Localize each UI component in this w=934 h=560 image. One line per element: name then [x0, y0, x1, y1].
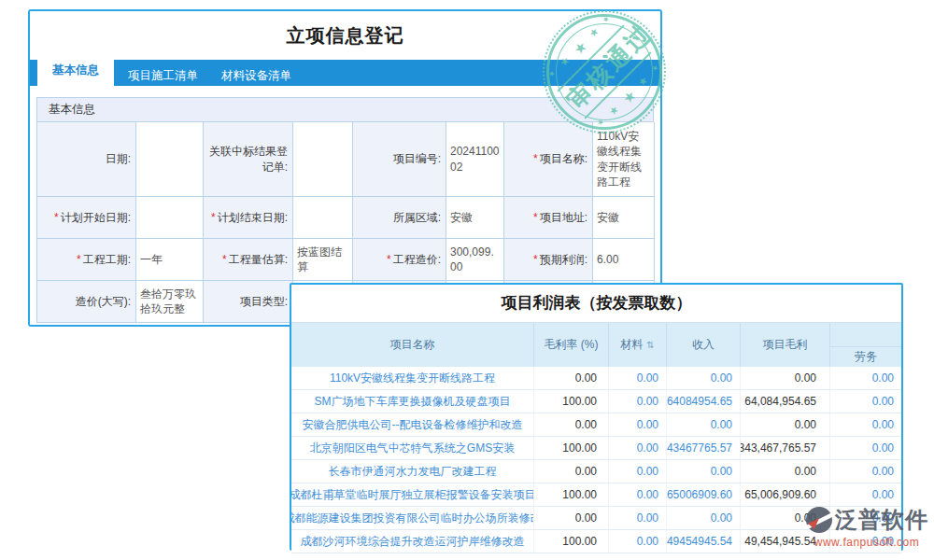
field-label-text: 工程量估算: [229, 252, 288, 267]
field-label: *预期利润: [504, 239, 593, 281]
field-label-text: 造价(大写): [76, 294, 131, 309]
cell-project-name[interactable]: 安徽合肥供电公司--配电设备检修维护和改造 [291, 413, 534, 436]
page: 立项信息登记 基本信息 项目施工清单 材料设备清单 基本信息 日期:关联中标结果… [0, 0, 934, 560]
field-label-text: 工程造价: [393, 252, 441, 267]
cell-income[interactable]: 64084954.65 [667, 390, 741, 413]
table-row: 成都杜甫草堂临时展厅独立展柜报警设备安装项目100.000.0065006909… [291, 483, 901, 507]
cell-project-name[interactable]: SM广场地下车库更换摄像机及硬盘项目 [291, 390, 534, 413]
field-value[interactable]: 叁拾万零玖拾玖元整 [136, 281, 204, 323]
table-row: SM广场地下车库更换摄像机及硬盘项目100.000.0064084954.656… [291, 390, 901, 413]
required-asterisk: * [533, 252, 538, 267]
field-value[interactable] [136, 197, 204, 239]
column-header-empty [830, 323, 901, 347]
cell-project-name[interactable]: 成都沙河环境综合提升改造运河护岸维修改造 [291, 530, 534, 553]
cell-material[interactable]: 0.00 [609, 413, 667, 436]
field-label: *计划开始日期: [37, 197, 136, 239]
column-header-income: 收入 [667, 323, 741, 367]
field-label-text: 关联中标结果登记单: [205, 144, 288, 174]
fanpu-logo-icon [805, 506, 833, 534]
table-row: 长春市伊通河水力发电厂改建工程0.000.000.000.000.00 [291, 460, 901, 483]
field-value[interactable]: 110kV安徽线程集变开断线路工程 [593, 122, 655, 197]
field-value-text: 2024110002 [450, 144, 500, 174]
cell-gross-margin: 0.00 [534, 507, 609, 529]
table-row: 安徽合肥供电公司--配电设备检修维护和改造0.000.000.000.000.0… [291, 413, 901, 437]
field-label: *工程造价: [353, 239, 446, 281]
field-value[interactable] [293, 197, 353, 239]
cell-project-profit: 343,467,765.57 [741, 437, 830, 459]
column-header-material[interactable]: 材料 ⇅ [609, 323, 667, 367]
field-value[interactable]: 安徽 [446, 197, 504, 239]
field-label-text: 工程工期: [83, 252, 131, 267]
cell-material[interactable]: 0.00 [609, 460, 667, 483]
cell-project-profit: 0.00 [741, 413, 830, 436]
field-value-text: 110kV安徽线程集变开断线路工程 [597, 129, 650, 189]
required-asterisk: * [387, 252, 391, 267]
cell-material[interactable]: 0.00 [609, 507, 667, 529]
tab-basic-info[interactable]: 基本信息 [37, 54, 114, 86]
tab-construction-list[interactable]: 项目施工清单 [128, 65, 198, 86]
field-label-text: 项目地址: [540, 210, 587, 225]
field-label: 造价(大写): [37, 281, 136, 323]
cell-labor[interactable]: 0.00 [830, 460, 901, 483]
cell-labor[interactable]: 0.00 [830, 413, 901, 436]
field-label-text: 预期利润: [540, 252, 587, 267]
field-label: 日期: [37, 122, 136, 197]
field-value[interactable]: 安徽 [593, 197, 655, 239]
field-value[interactable]: 按蓝图结算 [293, 239, 353, 281]
field-value[interactable] [293, 122, 353, 197]
field-label: *项目名称: [504, 122, 593, 197]
cell-labor[interactable]: 0.00 [830, 390, 901, 413]
field-value-text: 按蓝图结算 [297, 245, 348, 274]
required-asterisk: * [222, 252, 227, 267]
cell-income[interactable]: 0.00 [667, 507, 741, 529]
field-value-text: 安徽 [597, 210, 619, 225]
cell-material[interactable]: 0.00 [609, 483, 667, 506]
required-asterisk: * [211, 210, 216, 225]
field-label: 项目编号: [353, 122, 446, 197]
cell-gross-margin: 100.00 [534, 437, 609, 459]
cell-income[interactable]: 65006909.60 [667, 483, 741, 506]
field-value[interactable]: 一年 [136, 239, 204, 281]
cell-labor[interactable]: 0.00 [830, 437, 901, 459]
cell-material[interactable]: 0.00 [609, 367, 667, 389]
cell-project-name[interactable]: 成都杜甫草堂临时展厅独立展柜报警设备安装项目 [291, 483, 534, 506]
cell-material[interactable]: 0.00 [609, 437, 667, 459]
fanpu-logo-url: www.fanpusoft.com [805, 536, 928, 549]
cell-material[interactable]: 0.00 [609, 530, 667, 553]
tab-bar: 基本信息 项目施工清单 材料设备清单 [30, 60, 660, 86]
profit-table-header: 项目名称 毛利率 (%) 材料 ⇅ 收入 项目毛利 劳务 [291, 323, 901, 367]
field-value-text: 安徽 [450, 210, 473, 225]
tab-material-equipment-list[interactable]: 材料设备清单 [221, 65, 291, 86]
cell-income[interactable]: 343467765.57 [667, 437, 741, 459]
cell-labor[interactable]: 0.00 [830, 367, 901, 389]
cell-project-name[interactable]: 110kV安徽线程集变开断线路工程 [291, 367, 534, 389]
cell-income[interactable]: 0.00 [667, 413, 741, 436]
table-row: 110kV安徽线程集变开断线路工程0.000.000.000.000.00 [291, 367, 901, 390]
sort-icon[interactable]: ⇅ [646, 339, 654, 351]
cell-income[interactable]: 0.00 [667, 367, 741, 389]
cell-labor[interactable]: 0.00 [830, 483, 901, 506]
cell-project-name[interactable]: 北京朝阳区电气中芯特气系统之GMS安装 [291, 437, 534, 459]
cell-project-name[interactable]: 长春市伊通河水力发电厂改建工程 [291, 460, 534, 483]
field-value-text: 300,099.00 [450, 245, 500, 274]
field-value[interactable]: 300,099.00 [446, 239, 504, 281]
cell-gross-margin: 100.00 [534, 530, 609, 553]
field-value[interactable]: 6.00 [593, 239, 655, 281]
registration-form-panel: 立项信息登记 基本信息 项目施工清单 材料设备清单 基本信息 日期:关联中标结果… [28, 9, 662, 327]
field-label-text: 计划结束日期: [218, 210, 288, 225]
cell-income[interactable]: 49454945.54 [667, 530, 741, 553]
field-value-text: 叁拾万零玖拾玖元整 [140, 287, 199, 316]
cell-gross-margin: 0.00 [534, 460, 609, 483]
field-label: 关联中标结果登记单: [204, 122, 293, 197]
cell-project-name[interactable]: 成都能源建设集团投资有限公司临时办公场所装修改 [291, 507, 534, 529]
field-value-text: 6.00 [597, 252, 618, 267]
field-value[interactable] [136, 122, 204, 197]
section-header: 基本信息 [36, 97, 654, 122]
required-asterisk: * [533, 210, 538, 225]
fanpu-logo: 泛普软件 www.fanpusoft.com [805, 505, 928, 549]
cell-income[interactable]: 0.00 [667, 460, 741, 483]
cell-material[interactable]: 0.00 [609, 390, 667, 413]
cell-gross-margin: 0.00 [534, 413, 609, 436]
field-value[interactable]: 2024110002 [446, 122, 504, 197]
column-header-material-label: 材料 [620, 338, 643, 353]
